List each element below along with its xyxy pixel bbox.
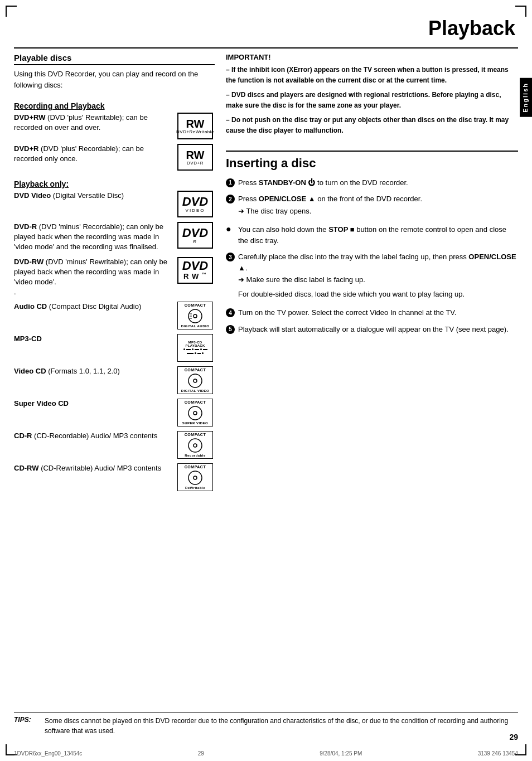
disc-dvd-video-desc: (Digital Versatile Disc) bbox=[51, 191, 124, 200]
disc-audio-cd-text: Audio CD (Compact Disc Digital Audio) bbox=[14, 302, 176, 312]
disc-dvd-plus-rw: DVD+RW (DVD 'plus' Rewritable); can be r… bbox=[14, 113, 215, 139]
disc-super-video-cd: Super Video CD COMPACT SUPER VIDEO bbox=[14, 399, 215, 426]
tips-section: TIPS: Some discs cannot be played on thi… bbox=[14, 712, 518, 736]
step-1-text: Press STANDBY-ON ⏻ to turn on the DVD re… bbox=[238, 177, 518, 188]
disc-dvd-video-badge: DVD VIDEO bbox=[176, 191, 215, 217]
step-2-arrow: ➜ The disc tray opens. bbox=[238, 206, 311, 217]
disc-cd-r-name: CD-R bbox=[14, 432, 32, 440]
disc-cd-r-desc: (CD-Recordable) Audio/ MP3 contents bbox=[32, 432, 158, 440]
disc-cd-rw-text: CD-RW (CD-Rewritable) Audio/ MP3 content… bbox=[14, 463, 176, 473]
step-5: 4 Turn on the TV power. Select the corre… bbox=[226, 307, 518, 318]
disc-video-cd-badge: COMPACT DIGITAL VIDEO bbox=[176, 366, 215, 394]
svg-point-8 bbox=[194, 411, 197, 415]
page-number: 29 bbox=[509, 733, 518, 741]
inserting-rule bbox=[226, 151, 518, 152]
disc-mp3-cd-badge: MP3-CD PLAYBACK bbox=[176, 334, 215, 362]
svg-point-5 bbox=[188, 374, 202, 387]
disc-audio-cd-desc: (Compact Disc Digital Audio) bbox=[47, 302, 141, 311]
svg-point-6 bbox=[194, 379, 197, 382]
step-1: 1 Press STANDBY-ON ⏻ to turn on the DVD … bbox=[226, 177, 518, 188]
disc-video-cd-desc: (Formats 1.0, 1.1, 2.0) bbox=[46, 367, 120, 375]
disc-dvd-plus-r-text: DVD+R (DVD 'plus' Recordable); can be re… bbox=[14, 144, 176, 164]
disc-dvd-video-name: DVD Video bbox=[14, 191, 51, 200]
disc-cd-r-text: CD-R (CD-Recordable) Audio/ MP3 contents bbox=[14, 431, 176, 441]
disc-video-cd-name: Video CD bbox=[14, 367, 46, 375]
disc-audio-cd-badge: COMPACT DIGITAL AUDIO bbox=[176, 302, 215, 329]
right-column: IMPORTANT! – If the inhibit icon (XError… bbox=[226, 53, 518, 728]
inserting-heading: Inserting a disc bbox=[226, 156, 518, 171]
disc-mp3-cd-name: MP3-CD bbox=[14, 335, 42, 343]
disc-audio-cd-name: Audio CD bbox=[14, 302, 47, 311]
dvd-r-icon: RW DVD+R bbox=[177, 144, 213, 171]
footer-left: 1DVDR6xx_Eng00_13454c bbox=[14, 750, 82, 757]
disc-dvd-minus-rw-text: DVD-RW (DVD 'minus' Rewritable); can onl… bbox=[14, 257, 176, 298]
disc-cd-rw-desc: (CD-Rewritable) Audio/ MP3 contents bbox=[39, 464, 162, 472]
important-text-2: – DVD discs and players are designed wit… bbox=[226, 90, 518, 110]
disc-video-cd-text: Video CD (Formats 1.0, 1.1, 2.0) bbox=[14, 366, 176, 376]
cd-disc-super-svg bbox=[187, 405, 203, 421]
dvd-rw-minus-icon: DVD R W ™ bbox=[177, 257, 213, 284]
disc-dvd-plus-r-name: DVD+R bbox=[14, 144, 38, 153]
section-intro: Using this DVD Recorder, you can play an… bbox=[14, 69, 215, 90]
important-section: IMPORTANT! – If the inhibit icon (XError… bbox=[226, 53, 518, 136]
step-4-arrow1: ➜ Make sure the disc label is facing up. bbox=[238, 274, 365, 285]
corner-mark-tr bbox=[515, 6, 526, 17]
playback-only-heading: Playback only: bbox=[14, 180, 215, 188]
disc-cd-rw-badge: COMPACT ReWritable bbox=[176, 463, 215, 491]
step-3-bullet: ● bbox=[226, 225, 238, 234]
disc-dvd-minus-rw: DVD-RW (DVD 'minus' Rewritable); can onl… bbox=[14, 257, 215, 298]
step-2-num: 2 bbox=[226, 195, 235, 203]
disc-dvd-plus-r-badge: RW DVD+R bbox=[176, 144, 215, 171]
step-2-text: Press OPEN/CLOSE ▲ on the front of the D… bbox=[238, 193, 422, 205]
left-column: Playable discs Using this DVD Recorder, … bbox=[14, 53, 215, 728]
language-tab: English bbox=[520, 78, 532, 117]
svg-point-9 bbox=[188, 439, 202, 452]
tips-label: TIPS: bbox=[14, 716, 45, 724]
compact-rewritable-icon: COMPACT ReWritable bbox=[177, 463, 213, 491]
disc-super-video-cd-text: Super Video CD bbox=[14, 399, 176, 409]
disc-video-cd: Video CD (Formats 1.0, 1.1, 2.0) COMPACT… bbox=[14, 366, 215, 394]
recording-playback-heading: Recording and Playback bbox=[14, 101, 215, 110]
disc-dvd-plus-rw-name: DVD+RW bbox=[14, 113, 45, 122]
step-4: 3 Carefully place the disc into the tray… bbox=[226, 251, 518, 302]
svg-point-10 bbox=[194, 444, 197, 447]
step-2-main: 2 Press OPEN/CLOSE ▲ on the front of the… bbox=[226, 193, 422, 205]
disc-dvd-video: DVD Video (Digital Versatile Disc) DVD V… bbox=[14, 191, 215, 217]
step-4-num: 3 bbox=[226, 253, 235, 261]
disc-cd-r: CD-R (CD-Recordable) Audio/ MP3 contents… bbox=[14, 431, 215, 459]
important-text-3: – Do not push on the disc tray or put an… bbox=[226, 115, 518, 135]
mp3-cd-icon: MP3-CD PLAYBACK bbox=[177, 334, 213, 362]
step-6-text: Playback will start automatically or a d… bbox=[238, 324, 518, 335]
step-6: 5 Playback will start automatically or a… bbox=[226, 324, 518, 335]
step-4-text: Carefully place the disc into the tray w… bbox=[238, 251, 518, 273]
compact-disc-audio-icon: COMPACT DIGITAL AUDIO bbox=[177, 302, 213, 329]
svg-point-11 bbox=[188, 471, 202, 484]
step-6-num: 5 bbox=[226, 325, 235, 334]
disc-mp3-cd: MP3-CD MP3-CD PLAYBACK bbox=[14, 334, 215, 362]
disc-super-video-cd-name: Super Video CD bbox=[14, 399, 69, 408]
cd-disc-cdrw-svg bbox=[187, 470, 203, 486]
page-title: Playback bbox=[428, 17, 515, 40]
step-5-text: Turn on the TV power. Select the correct… bbox=[238, 307, 518, 318]
disc-dvd-minus-r-name: DVD-R bbox=[14, 222, 37, 231]
step-3-text: You can also hold down the STOP ■ button… bbox=[238, 224, 518, 246]
svg-point-12 bbox=[194, 476, 197, 479]
step-3: ● You can also hold down the STOP ■ butt… bbox=[226, 224, 518, 246]
disc-dvd-minus-rw-name: DVD-RW bbox=[14, 258, 43, 266]
disc-cd-rw-name: CD-RW bbox=[14, 464, 39, 472]
content-wrapper: Playable discs Using this DVD Recorder, … bbox=[14, 53, 518, 728]
title-rule bbox=[14, 47, 518, 49]
important-title: IMPORTANT! bbox=[226, 53, 518, 61]
svg-point-7 bbox=[188, 406, 202, 420]
playable-discs-heading: Playable discs bbox=[14, 53, 215, 65]
cd-disc-cdr-svg bbox=[187, 438, 203, 453]
disc-dvd-minus-rw-badge: DVD R W ™ bbox=[176, 257, 215, 284]
step-4-arrow2: For double-sided discs, load the side wh… bbox=[238, 289, 465, 300]
inserting-section: Inserting a disc 1 Press STANDBY-ON ⏻ to… bbox=[226, 151, 518, 341]
step-5-num: 4 bbox=[226, 308, 235, 317]
footer-right: 9/28/04, 1:25 PM bbox=[320, 750, 362, 757]
step-2: 2 Press OPEN/CLOSE ▲ on the front of the… bbox=[226, 193, 518, 219]
dvd-video-icon: DVD VIDEO bbox=[177, 191, 213, 217]
footer-serial: 3139 246 13454 bbox=[478, 750, 518, 757]
disc-dvd-plus-rw-badge: RW DVD+ReWritable bbox=[176, 113, 215, 139]
